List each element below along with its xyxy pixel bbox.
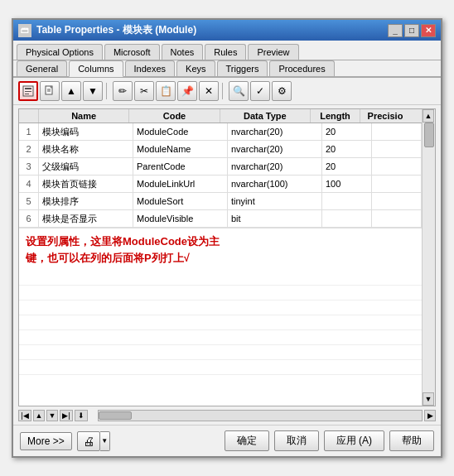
row-precision [372, 123, 422, 140]
settings-button[interactable]: ⚙ [272, 81, 292, 101]
table-area: Name Code Data Type Length Precisio 1 模块… [19, 109, 422, 406]
row-datatype: nvarchar(100) [228, 175, 322, 192]
cancel-button[interactable]: 取消 [274, 430, 319, 451]
empty-row [19, 271, 422, 286]
find-button[interactable]: 🔍 [229, 81, 249, 101]
row-precision [372, 158, 422, 175]
row-precision [372, 193, 422, 209]
nav-next-button[interactable]: ▼ [46, 410, 58, 421]
tab-physical-options[interactable]: Physical Options [17, 44, 103, 60]
copy-button[interactable]: 📋 [156, 81, 176, 101]
annotation: 设置列属性，这里将ModuleCode设为主 键，也可以在列的后面将P列打上√ [19, 228, 422, 271]
nav-first-button[interactable]: |◀ [18, 410, 31, 421]
col-num-header [19, 109, 39, 123]
cut-button[interactable]: ✂ [134, 81, 154, 101]
new-button[interactable] [40, 81, 60, 101]
table-body: 1 模块编码 ModuleCode nvarchar(20) 20 2 模块名称… [19, 123, 422, 406]
nav-down-arrow[interactable]: ⬇ [75, 410, 88, 421]
table-container: Name Code Data Type Length Precisio 1 模块… [18, 108, 436, 406]
move-up-button[interactable]: ▲ [61, 81, 81, 101]
separator-2 [222, 83, 225, 99]
window-title: Table Properties - 模块表 (Module) [36, 23, 196, 37]
row-num: 2 [19, 141, 39, 157]
annotation-line2: 键，也可以在列的后面将P列打上√ [26, 252, 190, 264]
scroll-track [423, 123, 435, 392]
row-name: 模块名称 [39, 141, 133, 157]
row-code: ModuleCode [133, 123, 228, 140]
table-row[interactable]: 4 模块首页链接 ModuleLinkUrl nvarchar(100) 100 [19, 175, 422, 193]
title-bar: 🗃 Table Properties - 模块表 (Module) _ □ ✕ [13, 20, 441, 41]
close-button[interactable]: ✕ [421, 24, 436, 37]
tab-indexes[interactable]: Indexes [125, 60, 176, 76]
nav-prev-button[interactable]: ▲ [33, 410, 45, 421]
tab-preview[interactable]: Preview [248, 44, 298, 60]
row-name: 模块是否显示 [39, 210, 133, 227]
print-button[interactable]: 🖨 [77, 431, 100, 451]
row-num: 6 [19, 210, 39, 227]
empty-row [19, 286, 422, 301]
svg-rect-3 [25, 94, 29, 94]
tab-rules[interactable]: Rules [205, 44, 246, 60]
scroll-down-button[interactable]: ▼ [423, 392, 434, 406]
table-row[interactable]: 3 父级编码 ParentCode nvarchar(20) 20 [19, 158, 422, 175]
separator-1 [106, 83, 109, 99]
row-name: 模块编码 [39, 123, 133, 140]
row-name: 父级编码 [39, 158, 133, 175]
annotation-line1: 设置列属性，这里将ModuleCode设为主 [26, 235, 220, 248]
empty-row [19, 301, 422, 315]
h-scroll-thumb[interactable] [99, 411, 132, 420]
row-code: ParentCode [133, 158, 228, 175]
h-scroll-right[interactable]: ▶ [424, 410, 436, 421]
tab-keys[interactable]: Keys [176, 60, 215, 76]
tab-row-1: Physical Options Microsoft Notes Rules P… [13, 41, 441, 60]
help-button[interactable]: 帮助 [389, 430, 434, 451]
scroll-thumb[interactable] [424, 123, 434, 147]
nav-scroll-bar: |◀ ▲ ▼ ▶| ⬇ ▶ [18, 410, 436, 421]
check-button[interactable]: ✓ [250, 81, 270, 101]
horizontal-scrollbar[interactable] [98, 410, 423, 421]
table-row[interactable]: 6 模块是否显示 ModuleVisible bit [19, 210, 422, 228]
row-datatype: nvarchar(20) [228, 123, 322, 140]
row-length [322, 210, 372, 227]
tab-triggers[interactable]: Triggers [217, 60, 268, 76]
table-row[interactable]: 1 模块编码 ModuleCode nvarchar(20) 20 [19, 123, 422, 141]
vertical-scrollbar[interactable]: ▲ ▼ [422, 109, 435, 406]
maximize-button[interactable]: □ [404, 24, 419, 37]
table-row[interactable]: 2 模块名称 ModuleName nvarchar(20) 20 [19, 141, 422, 158]
table-row[interactable]: 5 模块排序 ModuleSort tinyint [19, 193, 422, 210]
nav-last-button[interactable]: ▶| [60, 410, 73, 421]
main-window: 🗃 Table Properties - 模块表 (Module) _ □ ✕ … [12, 18, 442, 458]
row-num: 3 [19, 158, 39, 175]
tab-microsoft[interactable]: Microsoft [104, 44, 160, 60]
tab-general[interactable]: General [17, 60, 67, 76]
properties-button[interactable] [18, 81, 38, 101]
svg-rect-2 [25, 91, 31, 92]
toolbar: ▲ ▼ ✏ ✂ 📋 📌 ✕ 🔍 ✓ ⚙ [13, 78, 441, 105]
row-precision [372, 175, 422, 192]
tab-procedures[interactable]: Procedures [269, 60, 334, 76]
move-down-button[interactable]: ▼ [83, 81, 103, 101]
scroll-up-button[interactable]: ▲ [423, 109, 434, 123]
tab-notes[interactable]: Notes [162, 44, 204, 60]
footer: More >> 🖨 ▼ 确定 取消 应用 (A) 帮助 [13, 425, 441, 456]
paste-button[interactable]: 📌 [177, 81, 197, 101]
more-button[interactable]: More >> [20, 432, 72, 450]
empty-row [19, 360, 422, 375]
row-code: ModuleName [133, 141, 228, 157]
delete-button[interactable]: ✕ [199, 81, 219, 101]
confirm-button[interactable]: 确定 [225, 430, 269, 451]
edit-button[interactable]: ✏ [113, 81, 133, 101]
print-dropdown-button[interactable]: ▼ [100, 431, 110, 451]
row-length: 20 [322, 141, 372, 157]
row-length [322, 193, 372, 209]
empty-row [19, 315, 422, 330]
row-name: 模块排序 [39, 193, 133, 209]
empty-row [19, 345, 422, 360]
col-name-header: Name [39, 109, 129, 123]
apply-button[interactable]: 应用 (A) [324, 430, 384, 451]
minimize-button[interactable]: _ [388, 24, 403, 37]
row-num: 5 [19, 193, 39, 209]
row-num: 4 [19, 175, 39, 192]
tab-row-2: General Columns Indexes Keys Triggers Pr… [13, 60, 441, 78]
tab-columns[interactable]: Columns [69, 60, 123, 77]
